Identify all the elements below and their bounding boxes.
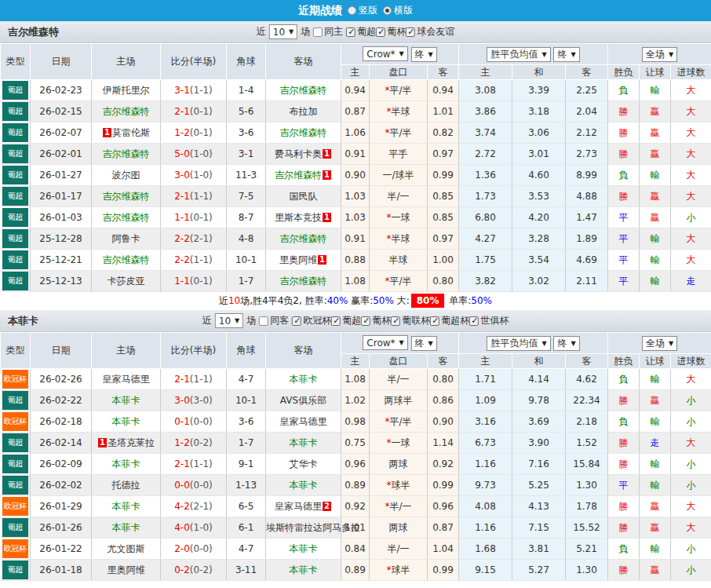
league-tag: 葡超 (2, 208, 29, 227)
halftime-score: (1-1) (190, 458, 213, 469)
home-team-name[interactable]: 伊斯托里尔 (103, 85, 150, 96)
match-row: 葡超25-12-13卡莎皮亚1-1(0-1)1-7吉尔维森特1.08*平/半0.… (1, 271, 711, 292)
away-team-name[interactable]: 里奥阿维 (279, 254, 317, 265)
handicap-cell: *平/半 (370, 271, 428, 292)
away-team-name[interactable]: 本菲卡 (290, 543, 318, 554)
home-team-name[interactable]: 圣塔克莱拉 (108, 437, 155, 448)
odds-company-select[interactable]: Crow*▼ (363, 335, 407, 350)
league-tag: 葡超 (2, 166, 29, 184)
odds-away-cell: 0.96 (428, 496, 459, 517)
fulltime-score: 5-0 (174, 148, 190, 159)
away-team-name[interactable]: 本菲卡 (290, 564, 318, 575)
home-team-name[interactable]: 卡莎皮亚 (108, 276, 145, 287)
away-team-name[interactable]: 皇家马德里 (275, 501, 322, 512)
corners-cell: 1-13 (227, 475, 266, 496)
corners-cell: 3-11 (227, 560, 266, 581)
live-asterisk: * (387, 437, 392, 448)
home-team-name[interactable]: 吉尔维森特 (103, 106, 150, 117)
avg-home-cell: 3.16 (459, 411, 512, 433)
same-venue-checkbox[interactable]: 同客 (259, 314, 289, 327)
odds-away-cell: 0.80 (428, 369, 459, 390)
away-team-cell: 本菲卡 (266, 433, 341, 454)
away-team-name[interactable]: 里斯本竞技 (275, 212, 322, 223)
away-team-name[interactable]: 吉尔维森特 (280, 276, 327, 287)
away-team-name[interactable]: 吉尔维森特 (280, 233, 327, 244)
away-team-name[interactable]: 国民队 (290, 191, 318, 202)
recent-count-select[interactable]: 10▼ (215, 313, 243, 328)
home-team-name[interactable]: 本菲卡 (112, 458, 140, 469)
date-cell: 26-02-18 (31, 411, 92, 433)
layout-radio-vertical[interactable]: 竖版 (348, 4, 377, 17)
competition-checkbox[interactable]: 葡杯 (376, 25, 406, 38)
live-asterisk: * (387, 564, 392, 575)
away-team-name[interactable]: 布拉加 (290, 106, 318, 117)
away-team-cell: 本菲卡 (266, 475, 341, 496)
away-team-name[interactable]: 本菲卡 (290, 437, 318, 448)
home-team-name[interactable]: 吉尔维森特 (103, 148, 150, 159)
away-team-name[interactable]: 本菲卡 (290, 374, 318, 385)
chevron-down-icon: ▼ (669, 340, 673, 347)
scope-header: 全场▼ (608, 333, 711, 354)
avg-draw-cell: 3.28 (512, 228, 566, 250)
layout-radio-horizontal[interactable]: 横版 (383, 4, 413, 17)
corners-cell: 1-4 (227, 80, 266, 101)
odds-company-select[interactable]: Crow*▼ (363, 46, 407, 61)
away-team-name[interactable]: 吉尔维森特 (280, 85, 327, 96)
date-cell: 26-02-02 (31, 475, 92, 496)
league-tag: 欧冠杯 (2, 412, 29, 431)
handicap-result-cell: 輸 (640, 539, 671, 560)
away-team-name[interactable]: 皇家马德里 (280, 416, 327, 427)
checkbox-checked-icon (376, 27, 385, 37)
home-team-name[interactable]: 托德拉 (112, 480, 140, 491)
avg-final-select[interactable]: 终▼ (553, 336, 579, 351)
away-team-name[interactable]: 费马利卡奥 (275, 148, 322, 159)
competition-checkbox[interactable]: 葡超 (331, 314, 361, 327)
competition-checkbox[interactable]: 葡杯 (361, 314, 391, 327)
home-team-name[interactable]: 皇家马德里 (103, 374, 150, 385)
away-team-name[interactable]: 吉尔维森特 (275, 170, 322, 181)
date-cell: 25-12-28 (31, 228, 92, 250)
chevron-down-icon: ▼ (428, 51, 433, 58)
home-team-name[interactable]: 尤文图斯 (108, 543, 145, 554)
avg-draw-cell: 3.39 (512, 80, 566, 101)
home-team-name[interactable]: 吉尔维森特 (103, 191, 150, 202)
home-team-name[interactable]: 波尔图 (112, 170, 140, 181)
home-team-name[interactable]: 里奥阿维 (108, 564, 145, 575)
home-team-name[interactable]: 阿鲁卡 (112, 233, 140, 244)
home-team-name[interactable]: 本菲卡 (112, 395, 140, 406)
away-team-name[interactable]: AVS俱乐部 (280, 395, 326, 406)
summary-segment: 场,胜4平4负2, (240, 295, 304, 306)
corners-cell: 4-7 (227, 539, 266, 560)
avg-odds-select[interactable]: 胜平负均值▼ (487, 336, 550, 351)
competition-checkbox[interactable]: 球会友谊 (406, 25, 454, 38)
scope-select[interactable]: 全场▼ (642, 47, 677, 62)
fulltime-score: 3-0 (174, 170, 190, 181)
same-venue-checkbox[interactable]: 同主 (313, 25, 343, 38)
away-team-name[interactable]: 艾华卡 (290, 458, 318, 469)
match-row: 葡超26-01-27波尔图3-0(1-0)11-3吉尔维森特10.90一/球半0… (1, 165, 711, 186)
radio-vertical-label: 竖版 (359, 4, 377, 17)
competition-checkbox[interactable]: 世俱杯 (469, 314, 509, 327)
away-team-name[interactable]: 本菲卡 (290, 480, 318, 491)
competition-checkbox[interactable]: 葡超 (346, 25, 376, 38)
recent-count-select[interactable]: 10▼ (269, 24, 297, 39)
home-team-name[interactable]: 本菲卡 (112, 501, 140, 512)
scope-select[interactable]: 全场▼ (642, 336, 677, 351)
avg-final-select[interactable]: 终▼ (553, 47, 579, 62)
odds-final-select[interactable]: 终▼ (411, 336, 437, 351)
home-team-name[interactable]: 本菲卡 (112, 416, 140, 427)
home-team-name[interactable]: 本菲卡 (112, 522, 140, 533)
odds-final-select[interactable]: 终▼ (411, 47, 437, 62)
home-team-name[interactable]: 吉尔维森特 (103, 212, 150, 223)
home-team-name[interactable]: 莫雷伦斯 (112, 127, 150, 138)
home-team-name[interactable]: 吉尔维森特 (103, 254, 150, 265)
avg-odds-select[interactable]: 胜平负均值▼ (487, 47, 550, 62)
corners-cell: 5-6 (227, 101, 266, 122)
handicap-cell: 两球 (370, 517, 428, 539)
competition-checkbox[interactable]: 葡联杯 (391, 314, 430, 327)
corners-cell: 11-3 (227, 165, 266, 186)
competition-checkbox[interactable]: 欧冠杯 (292, 314, 331, 327)
competition-checkbox[interactable]: 葡超杯 (430, 314, 469, 327)
col-home: 主场 (92, 333, 161, 369)
away-team-name[interactable]: 吉尔维森特 (280, 127, 327, 138)
